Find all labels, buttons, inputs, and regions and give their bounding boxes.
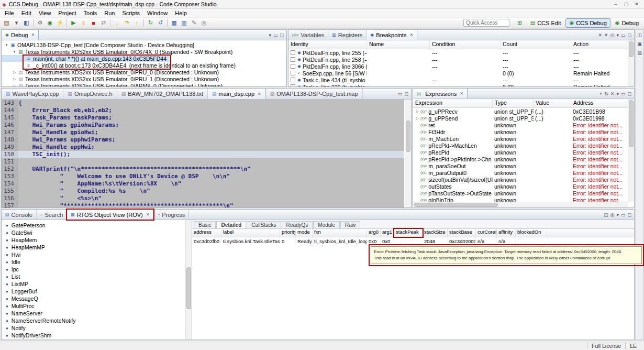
rov-module-gateswi[interactable]: ●GateSwi <box>2 229 192 236</box>
tab-registers[interactable]: ▥Registers <box>328 30 367 40</box>
breakpoint-checkbox[interactable] <box>291 57 295 62</box>
task-row[interactable]: 0xc3d02fb0ti.sysbios.knl.Task.IdleTask0R… <box>192 237 634 245</box>
column-header-stackpeak[interactable]: stackPeak <box>394 229 423 237</box>
remove-expression-icon[interactable]: ✕ <box>610 91 615 96</box>
view-tab-detailed[interactable]: Detailed <box>216 221 246 228</box>
maximize-view-icon[interactable]: ◻ <box>628 32 631 38</box>
expander-icon[interactable]: ▷ <box>12 70 17 74</box>
column-header-type[interactable]: Type <box>493 99 534 107</box>
vertical-scrollbar[interactable] <box>405 100 411 207</box>
rov-module-messageq[interactable]: ●MessageQ <box>2 295 192 302</box>
add-expression-icon[interactable]: + <box>599 91 602 96</box>
scroll-thumb[interactable] <box>186 267 191 309</box>
maximize-view-icon[interactable]: ◻ <box>280 32 284 38</box>
step-into-button[interactable]: ↓ <box>112 18 122 27</box>
debug-node[interactable]: ≡_c_int00() at boot.c:173 0xC3DB4AE4 (ne… <box>2 62 239 69</box>
debug-launch-tree[interactable]: ▾▣OMAPL138-DSP-Cpp_test [Code Composer S… <box>2 40 286 87</box>
rov-module-hwi[interactable]: ●Hwi <box>2 251 192 258</box>
vertical-scrollbar[interactable] <box>628 99 634 202</box>
rov-module-heapmemmp[interactable]: ●HeapMemMP <box>2 244 192 251</box>
column-header-identity[interactable]: Identity <box>288 40 367 49</box>
expander-icon[interactable]: ▷ <box>12 84 17 88</box>
editor-tab-baw-mn702-omapl138-txt[interactable]: ▤BAW_MN702_OMAPL138.txt <box>117 89 208 99</box>
step-return-button[interactable]: ↑ <box>132 18 142 27</box>
scroll-thumb[interactable] <box>406 121 410 152</box>
rov-module-notify[interactable]: ●Notify <box>2 324 192 332</box>
view-tab-module[interactable]: Module <box>313 221 340 228</box>
maximize-window-button[interactable]: ▢ <box>621 2 631 7</box>
breakpoint-row[interactable]: ◉PktDealFn.cpp, line 3066 (----------- <box>288 63 634 70</box>
remove-all-breakpoints-icon[interactable]: ✕ <box>604 32 608 38</box>
expander-icon[interactable]: ▷ <box>415 110 420 114</box>
expression-row[interactable]: ▷(x)=g_uPPSendunion st_UPP_Send(...)0xC3… <box>413 115 634 122</box>
quick-access-input[interactable] <box>463 19 509 27</box>
tab-expressions[interactable]: (x)= Expressions ✕ <box>413 89 468 99</box>
expander-icon[interactable]: ▾ <box>12 50 17 54</box>
column-header-count[interactable]: Count <box>501 40 571 49</box>
open-perspective-button[interactable]: ⊞ <box>514 18 525 27</box>
expander-icon[interactable]: ▷ <box>12 77 17 81</box>
restore-view-icon[interactable]: ◫ <box>637 32 642 38</box>
new-file-button[interactable]: ▤ <box>2 18 12 27</box>
view-menu-icon[interactable]: ▾ <box>616 212 619 217</box>
menu-scripts[interactable]: Scripts <box>118 9 143 17</box>
column-header-address[interactable]: address <box>192 229 221 237</box>
expression-row[interactable]: (x)=pRecPkt->MachLenunknownError: identi… <box>413 142 634 149</box>
expression-row[interactable]: (x)=pRecPkt->pPktInfor->ChnunknownError:… <box>413 156 634 162</box>
expression-row[interactable]: (x)=pTansOutState->OutStateunknownError:… <box>413 190 634 196</box>
expression-row[interactable]: (x)=m_paraOutput0unknownError: identifie… <box>413 169 634 176</box>
rov-module-queue[interactable]: ●Queue <box>2 339 192 340</box>
view-tab-callstacks[interactable]: CallStacks <box>247 221 281 228</box>
close-tab-icon[interactable]: ✕ <box>258 92 261 96</box>
view-tab-basic[interactable]: Basic <box>194 221 216 228</box>
vertical-scrollbar[interactable] <box>628 40 634 86</box>
pin-button[interactable]: ◎ <box>199 18 209 27</box>
minimize-view-icon[interactable]: ▭ <box>273 32 278 38</box>
editor-tab-main-dsp-cpp[interactable]: ▤main_dsp.cpp✕ <box>208 89 266 99</box>
disconnect-button[interactable]: ⇄ <box>98 18 108 27</box>
restart-button[interactable]: ↻ <box>146 18 156 27</box>
menu-view[interactable]: View <box>35 9 55 17</box>
rov-module-notifydrivershm[interactable]: ●NotifyDriverShm <box>2 332 192 339</box>
expression-row[interactable]: (x)=outStatesunknownError: identifier no… <box>413 183 634 190</box>
maximize-view-icon[interactable]: ◻ <box>405 91 408 96</box>
rov-module-list[interactable]: ●List <box>2 273 192 280</box>
expression-row[interactable]: (x)=m_paraSoeOutunknownError: identifier… <box>413 162 634 169</box>
rov-table-body[interactable]: 0xc3d02fb0ti.sysbios.knl.Task.IdleTask0R… <box>192 237 634 245</box>
menu-window[interactable]: Window <box>143 9 171 17</box>
breakpoint-checkbox[interactable] <box>291 78 295 82</box>
rov-module-nameserverremotenotify[interactable]: ●NameServerRemoteNotify <box>2 317 192 324</box>
tab-variables[interactable]: (x)=Variables <box>288 30 328 40</box>
expressions-list[interactable]: ▷(x)=g_uPPRecvunion st_UPP_Recv(...)0xC3… <box>413 108 634 208</box>
view-menu-icon[interactable]: ▾ <box>616 32 619 38</box>
rov-module-tree[interactable]: ●GatePeterson●GateSwi●HeapMem●HeapMemMP●… <box>2 220 192 340</box>
column-header-priority[interactable]: priority <box>280 229 296 237</box>
resume-button[interactable]: ▶ <box>69 18 79 27</box>
editor-tab-waveplayexp-cpp[interactable]: ▤WavePlayExp.cpp <box>2 89 63 99</box>
refresh-button[interactable]: ↺ <box>156 18 165 27</box>
minimize-view-icon[interactable]: ▭ <box>398 91 403 96</box>
breakpoint-row[interactable]: ◉PktDealFn.cpp, line 255 (------------ <box>288 49 634 56</box>
step-over-button[interactable]: ↷ <box>122 18 132 27</box>
minimize-view-icon[interactable]: ▭ <box>621 91 626 96</box>
expression-row[interactable]: (x)=retunknownError: identifier not... <box>413 122 634 128</box>
menu-help[interactable]: Help <box>171 9 191 17</box>
rov-module-nameserver[interactable]: ●NameServer <box>2 310 192 317</box>
expression-row[interactable]: ▷(x)=g_uPPRecvunion st_UPP_Recv(...)0xC3… <box>413 108 634 115</box>
rov-module-loggerbuf[interactable]: ●LoggerBuf <box>2 288 192 295</box>
perspective-debug[interactable]: ◉Debug <box>612 18 642 28</box>
column-header-stackbase[interactable]: stackBase <box>448 229 476 237</box>
breakpoint-checkbox[interactable] <box>291 64 295 69</box>
maximize-view-icon[interactable]: ◻ <box>628 91 631 96</box>
rov-module-heapmem[interactable]: ●HeapMem <box>2 236 192 244</box>
minimize-window-button[interactable]: – <box>610 2 621 7</box>
perspective-ccs-edit[interactable]: ▤CCS Edit <box>527 18 565 28</box>
menu-edit[interactable]: Edit <box>18 9 35 17</box>
column-header-label[interactable]: label <box>221 229 280 237</box>
build-button[interactable]: ⚙ <box>35 18 45 27</box>
scroll-thumb[interactable] <box>629 41 634 57</box>
expression-row[interactable]: (x)=m_MachLenunknownError: identifier no… <box>413 135 634 142</box>
perspective-ccs-debug[interactable]: ◉CCS Debug <box>565 18 610 28</box>
skip-all-breakpoints-ic on[interactable]: ◎ <box>610 32 615 38</box>
highlight-button[interactable]: ✎ <box>189 18 199 27</box>
